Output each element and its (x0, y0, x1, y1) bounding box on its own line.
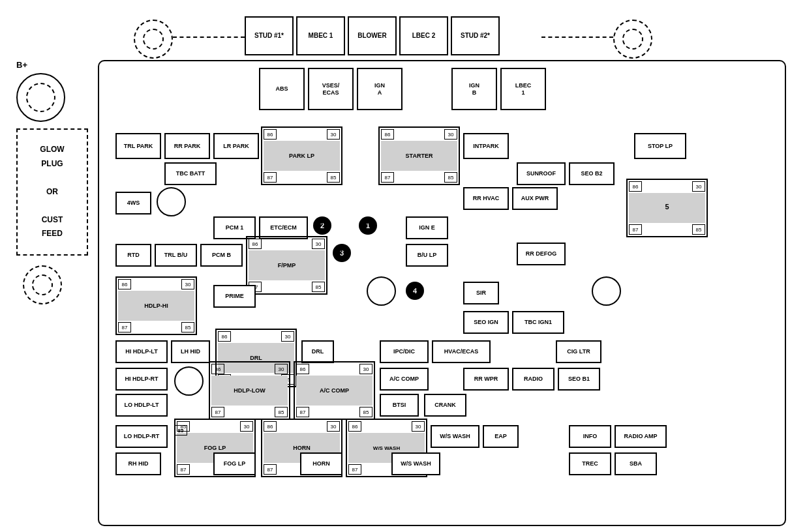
crank-component: CRANK (424, 394, 466, 417)
bplus-inner-circle (26, 83, 55, 112)
glow-plug-box: GLOWPLUGORCUSTFEED (16, 128, 88, 256)
rr-park-component: RR PARK (164, 133, 210, 159)
intpark-component: INTPARK (463, 133, 509, 159)
ws-wash-component: W/S WASH (431, 425, 479, 448)
starter-relay: 86 30 STARTER 87 85 (378, 126, 460, 185)
ign-e-component: IGN E (406, 216, 448, 239)
eap-component: EAP (483, 425, 519, 448)
hi-hdlp-lt-component: HI HDLP-LT (115, 340, 168, 363)
bu-lp-component: B/U LP (406, 244, 448, 267)
star-1: * (367, 221, 369, 227)
stud2-fuse: STUD #2* (451, 16, 500, 55)
pcm-b-component: PCM B (200, 244, 243, 267)
left-side-panel: B+ GLOWPLUGORCUSTFEED (16, 60, 88, 304)
prime-component: PRIME (213, 285, 256, 308)
vses-ecas-component: VSES/ECAS (308, 68, 354, 110)
ipc-dic-component: IPC/DIC (380, 340, 429, 363)
circle-2 (367, 276, 396, 306)
circle-3 (592, 276, 621, 306)
trl-bu-component: TRL B/U (155, 244, 197, 267)
drl-label-component: DRL (301, 340, 334, 363)
park-lp-relay: 86 30 PARK LP 87 85 (261, 126, 342, 185)
t85: 85 (327, 172, 340, 183)
bottom-left-dashed-circle (23, 265, 62, 304)
blower-fuse: BLOWER (348, 16, 397, 55)
main-board: ABS VSES/ECAS IGNA IGNB LBEC1 TRL PARK R… (98, 60, 786, 526)
ws-wash-bottom-component: W/S WASH (391, 452, 440, 475)
bplus-circle (16, 73, 65, 122)
lbec2-fuse: LBEC 2 (399, 16, 448, 55)
top-fuses-row: STUD #1* MBEC 1 BLOWER LBEC 2 STUD #2* (245, 16, 500, 55)
star-3: * (341, 248, 342, 254)
seo-b1-component: SEO B1 (558, 368, 600, 391)
fpmp-relay: 86 30 F/PMP 87 85 (246, 236, 327, 295)
lh-hid-component: LH HID (171, 340, 210, 363)
ign-a-component: IGNA (357, 68, 403, 110)
abs-component: ABS (259, 68, 305, 110)
connector-line-left (173, 37, 245, 38)
rh-hid-component: RH HID (115, 452, 161, 475)
circle-4 (174, 366, 204, 396)
top-right-inner-circle (622, 29, 643, 50)
lbec1-component: LBEC1 (500, 68, 546, 110)
fog-lp-bottom-component: FOG LP (213, 452, 256, 475)
trec-component: TREC (569, 452, 611, 475)
stop-lp-component: STOP LP (634, 133, 686, 159)
lo-hdlp-lt-component: LO HDLP-LT (115, 394, 168, 417)
seo-b2-component: SEO B2 (569, 162, 615, 185)
stud1-fuse: STUD #1* (245, 16, 294, 55)
horn-bottom-component: HORN (300, 452, 342, 475)
sir-component: SIR (463, 282, 499, 304)
hdlp-low-label: HDLP-LOW (211, 376, 288, 406)
top-right-dashed-circle (613, 20, 652, 59)
bplus-label: B+ (16, 60, 88, 70)
rtd-component: RTD (115, 244, 151, 267)
fpmp-label: F/PMP (249, 250, 325, 280)
relay5-number: 5 (629, 203, 705, 211)
aux-pwr-component: AUX PWR (512, 187, 558, 210)
top-left-dashed-circle (134, 20, 173, 59)
hi-hdlp-rt-component: HI HDLP-RT (115, 368, 168, 391)
ac-comp-relay-label: A/C COMP (296, 376, 372, 406)
ac-comp-relay: 86 30 A/C COMP 87 85 (294, 361, 375, 420)
sba-component: SBA (615, 452, 657, 475)
hdlp-hi-label: HDLP-HI (118, 291, 194, 321)
lr-park-component: LR PARK (213, 133, 259, 159)
tbc-batt-component: TBC BATT (164, 162, 217, 185)
lo-hdlp-rt-component: LO HDLP-RT (115, 425, 168, 448)
park-lp-label: PARK LP (264, 141, 340, 171)
sunroof-component: SUNROOF (517, 162, 566, 185)
t87: 87 (264, 172, 277, 183)
info-component: INFO (569, 425, 611, 448)
btsi-component: BTSI (380, 394, 419, 417)
ac-comp-component: A/C COMP (380, 368, 429, 391)
fog-85: 85 (174, 425, 187, 436)
rr-wpr-component: RR WPR (463, 368, 509, 391)
star-2: * (321, 221, 323, 227)
tbc-ign1-component: TBC IGN1 (512, 311, 564, 334)
hdlp-hi-relay: 86 30 HDLP-HI 87 85 (115, 276, 197, 335)
hdlp-low-relay: 86 30 HDLP-LOW 87 85 (209, 361, 290, 420)
radio-amp-component: RADIO AMP (615, 425, 667, 448)
4ws-component: 4WS (115, 192, 151, 214)
ign-b-component: IGNB (451, 68, 497, 110)
circle-1 (157, 187, 186, 216)
starter-label: STARTER (381, 141, 457, 171)
glow-plug-text: GLOWPLUGORCUSTFEED (40, 143, 64, 241)
star-4: * (414, 286, 416, 292)
connector-line-right (541, 37, 613, 38)
bottom-left-inner-circle (32, 274, 53, 295)
rr-hvac-component: RR HVAC (463, 187, 509, 210)
diagram-container: STUD #1* MBEC 1 BLOWER LBEC 2 STUD #2* B… (7, 7, 783, 525)
top-left-inner-circle (143, 29, 164, 50)
hvac-ecas-component: HVAC/ECAS (432, 340, 491, 363)
rr-defog-component: RR DEFOG (517, 243, 566, 265)
t30: 30 (327, 129, 340, 140)
radio-component: RADIO (512, 368, 555, 391)
t86: 86 (264, 129, 277, 140)
trl-park-component: TRL PARK (115, 133, 161, 159)
cig-ltr-component: CIG LTR (556, 340, 601, 363)
seo-ign-component: SEO IGN (463, 311, 509, 334)
relay5: 86 30 5 87 85 (626, 179, 708, 237)
mbec1-fuse: MBEC 1 (296, 16, 345, 55)
